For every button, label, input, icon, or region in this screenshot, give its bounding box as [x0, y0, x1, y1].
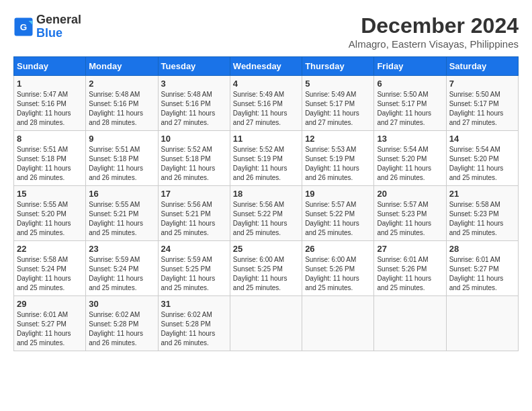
day-info: Sunrise: 5:56 AMSunset: 5:21 PMDaylight:… [161, 200, 227, 238]
day-cell [446, 296, 518, 351]
day-cell: 27Sunrise: 6:01 AMSunset: 5:26 PMDayligh… [374, 241, 446, 296]
day-info: Sunrise: 5:56 AMSunset: 5:22 PMDaylight:… [233, 200, 299, 238]
day-cell: 13Sunrise: 5:54 AMSunset: 5:20 PMDayligh… [374, 131, 446, 186]
day-number: 14 [449, 134, 515, 144]
day-cell: 10Sunrise: 5:52 AMSunset: 5:18 PMDayligh… [158, 131, 230, 186]
day-info: Sunrise: 6:01 AMSunset: 5:27 PMDaylight:… [17, 310, 83, 348]
col-header-friday: Friday [374, 57, 446, 76]
day-info: Sunrise: 5:55 AMSunset: 5:21 PMDaylight:… [89, 200, 154, 238]
col-header-wednesday: Wednesday [230, 57, 302, 76]
day-cell: 21Sunrise: 5:58 AMSunset: 5:23 PMDayligh… [446, 186, 518, 241]
day-info: Sunrise: 5:50 AMSunset: 5:17 PMDaylight:… [377, 90, 443, 128]
day-info: Sunrise: 5:48 AMSunset: 5:16 PMDaylight:… [161, 90, 227, 128]
day-info: Sunrise: 6:02 AMSunset: 5:28 PMDaylight:… [161, 310, 227, 348]
day-cell: 30Sunrise: 6:02 AMSunset: 5:28 PMDayligh… [86, 296, 158, 351]
day-number: 21 [449, 189, 515, 199]
logo-line1: General [36, 13, 81, 27]
header: G General Blue December 2024 Almagro, Ea… [13, 13, 519, 50]
day-number: 20 [377, 189, 443, 199]
day-number: 18 [233, 189, 299, 199]
day-cell [302, 296, 374, 351]
day-info: Sunrise: 5:47 AMSunset: 5:16 PMDaylight:… [17, 90, 83, 128]
day-info: Sunrise: 6:01 AMSunset: 5:27 PMDaylight:… [449, 255, 515, 293]
day-number: 4 [233, 79, 299, 89]
day-info: Sunrise: 6:02 AMSunset: 5:28 PMDaylight:… [89, 310, 154, 348]
day-number: 24 [161, 244, 227, 254]
month-title: December 2024 [349, 13, 519, 38]
col-header-thursday: Thursday [302, 57, 374, 76]
day-cell: 16Sunrise: 5:55 AMSunset: 5:21 PMDayligh… [86, 186, 158, 241]
week-row-2: 8Sunrise: 5:51 AMSunset: 5:18 PMDaylight… [14, 131, 519, 186]
day-cell: 9Sunrise: 5:51 AMSunset: 5:18 PMDaylight… [86, 131, 158, 186]
day-info: Sunrise: 5:53 AMSunset: 5:19 PMDaylight:… [305, 145, 371, 183]
col-header-monday: Monday [86, 57, 158, 76]
col-header-saturday: Saturday [446, 57, 518, 76]
day-info: Sunrise: 5:59 AMSunset: 5:24 PMDaylight:… [89, 255, 154, 293]
day-cell: 3Sunrise: 5:48 AMSunset: 5:16 PMDaylight… [158, 76, 230, 131]
day-cell: 24Sunrise: 5:59 AMSunset: 5:25 PMDayligh… [158, 241, 230, 296]
col-header-sunday: Sunday [14, 57, 86, 76]
day-info: Sunrise: 5:54 AMSunset: 5:20 PMDaylight:… [377, 145, 443, 183]
day-number: 3 [161, 79, 227, 89]
day-number: 17 [161, 189, 227, 199]
week-row-1: 1Sunrise: 5:47 AMSunset: 5:16 PMDaylight… [14, 76, 519, 131]
calendar-table: SundayMondayTuesdayWednesdayThursdayFrid… [13, 56, 519, 351]
day-info: Sunrise: 5:51 AMSunset: 5:18 PMDaylight:… [17, 145, 83, 183]
day-number: 12 [305, 134, 371, 144]
week-row-5: 29Sunrise: 6:01 AMSunset: 5:27 PMDayligh… [14, 296, 519, 351]
day-cell [374, 296, 446, 351]
day-cell: 14Sunrise: 5:54 AMSunset: 5:20 PMDayligh… [446, 131, 518, 186]
day-number: 26 [305, 244, 371, 254]
day-cell: 22Sunrise: 5:58 AMSunset: 5:24 PMDayligh… [14, 241, 86, 296]
day-number: 6 [377, 79, 443, 89]
day-cell: 12Sunrise: 5:53 AMSunset: 5:19 PMDayligh… [302, 131, 374, 186]
day-number: 8 [17, 134, 83, 144]
day-cell: 5Sunrise: 5:49 AMSunset: 5:17 PMDaylight… [302, 76, 374, 131]
day-cell: 29Sunrise: 6:01 AMSunset: 5:27 PMDayligh… [14, 296, 86, 351]
day-info: Sunrise: 5:51 AMSunset: 5:18 PMDaylight:… [89, 145, 154, 183]
day-number: 15 [17, 189, 83, 199]
day-number: 27 [377, 244, 443, 254]
day-cell: 8Sunrise: 5:51 AMSunset: 5:18 PMDaylight… [14, 131, 86, 186]
day-info: Sunrise: 6:01 AMSunset: 5:26 PMDaylight:… [377, 255, 443, 293]
day-info: Sunrise: 5:58 AMSunset: 5:24 PMDaylight:… [17, 255, 83, 293]
day-cell: 31Sunrise: 6:02 AMSunset: 5:28 PMDayligh… [158, 296, 230, 351]
logo: G General Blue [13, 13, 81, 40]
day-number: 30 [89, 299, 154, 309]
day-info: Sunrise: 5:54 AMSunset: 5:20 PMDaylight:… [449, 145, 515, 183]
day-number: 31 [161, 299, 227, 309]
day-info: Sunrise: 5:50 AMSunset: 5:17 PMDaylight:… [449, 90, 515, 128]
logo-line2: Blue [36, 27, 81, 40]
day-cell: 17Sunrise: 5:56 AMSunset: 5:21 PMDayligh… [158, 186, 230, 241]
day-info: Sunrise: 5:58 AMSunset: 5:23 PMDaylight:… [449, 200, 515, 238]
day-cell: 19Sunrise: 5:57 AMSunset: 5:22 PMDayligh… [302, 186, 374, 241]
title-area: December 2024 Almagro, Eastern Visayas, … [349, 13, 519, 50]
day-number: 1 [17, 79, 83, 89]
day-info: Sunrise: 5:55 AMSunset: 5:20 PMDaylight:… [17, 200, 83, 238]
week-row-4: 22Sunrise: 5:58 AMSunset: 5:24 PMDayligh… [14, 241, 519, 296]
day-number: 22 [17, 244, 83, 254]
day-number: 25 [233, 244, 299, 254]
day-number: 9 [89, 134, 154, 144]
day-cell [230, 296, 302, 351]
day-info: Sunrise: 6:00 AMSunset: 5:26 PMDaylight:… [305, 255, 371, 293]
day-cell: 15Sunrise: 5:55 AMSunset: 5:20 PMDayligh… [14, 186, 86, 241]
day-info: Sunrise: 5:49 AMSunset: 5:16 PMDaylight:… [233, 90, 299, 128]
day-cell: 11Sunrise: 5:52 AMSunset: 5:19 PMDayligh… [230, 131, 302, 186]
day-info: Sunrise: 5:59 AMSunset: 5:25 PMDaylight:… [161, 255, 227, 293]
day-number: 28 [449, 244, 515, 254]
day-info: Sunrise: 5:57 AMSunset: 5:22 PMDaylight:… [305, 200, 371, 238]
day-cell: 18Sunrise: 5:56 AMSunset: 5:22 PMDayligh… [230, 186, 302, 241]
day-number: 2 [89, 79, 154, 89]
col-header-tuesday: Tuesday [158, 57, 230, 76]
day-number: 5 [305, 79, 371, 89]
day-cell: 26Sunrise: 6:00 AMSunset: 5:26 PMDayligh… [302, 241, 374, 296]
day-cell: 1Sunrise: 5:47 AMSunset: 5:16 PMDaylight… [14, 76, 86, 131]
day-info: Sunrise: 5:57 AMSunset: 5:23 PMDaylight:… [377, 200, 443, 238]
logo-icon: G [13, 17, 34, 37]
header-row: SundayMondayTuesdayWednesdayThursdayFrid… [14, 57, 519, 76]
week-row-3: 15Sunrise: 5:55 AMSunset: 5:20 PMDayligh… [14, 186, 519, 241]
day-number: 23 [89, 244, 154, 254]
day-cell: 23Sunrise: 5:59 AMSunset: 5:24 PMDayligh… [86, 241, 158, 296]
day-info: Sunrise: 5:49 AMSunset: 5:17 PMDaylight:… [305, 90, 371, 128]
